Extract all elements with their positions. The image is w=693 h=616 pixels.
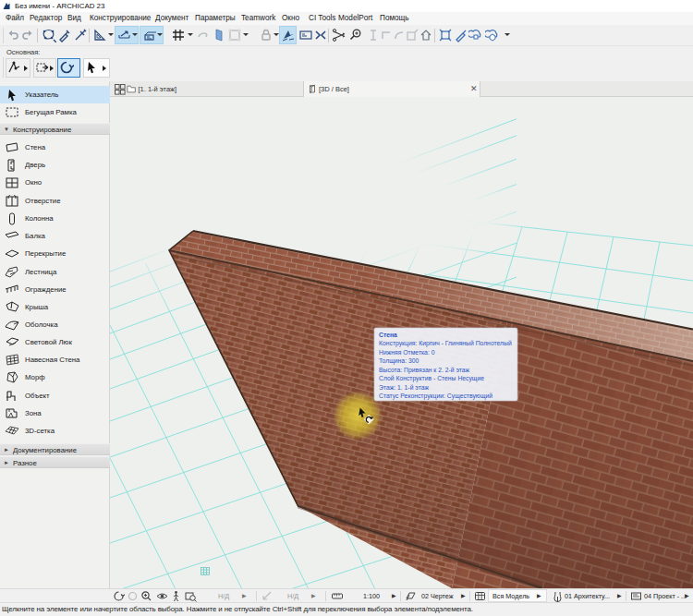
svg-text:Стена: Стена bbox=[379, 332, 397, 338]
svg-text:Высота: Привязан к 2. 2-й этаж: Высота: Привязан к 2. 2-й этаж bbox=[379, 367, 470, 374]
svg-text:Статус Реконструкции: Существу: Статус Реконструкции: Существующий bbox=[379, 393, 492, 400]
svg-text:Конструкция: Кирпич - Глиняный: Конструкция: Кирпич - Глиняный Полнотелы… bbox=[379, 340, 512, 347]
svg-text:Слой Конструктив - Стены Несущ: Слой Конструктив - Стены Несущие bbox=[379, 375, 484, 382]
svg-text:Нижняя Отметка: 0: Нижняя Отметка: 0 bbox=[379, 349, 435, 356]
svg-text:Толщина: 300: Толщина: 300 bbox=[379, 357, 419, 365]
svg-text:Этаж: 1. 1-й этаж: Этаж: 1. 1-й этаж bbox=[379, 384, 429, 391]
